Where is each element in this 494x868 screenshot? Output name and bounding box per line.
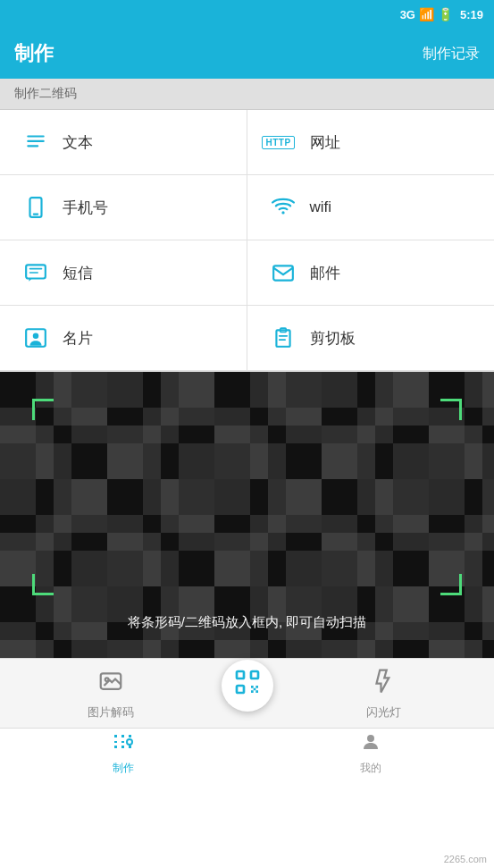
status-bar: 3G 📶 🔋 5:19 xyxy=(0,0,494,29)
svg-rect-4 xyxy=(33,214,39,215)
corner-top-left xyxy=(32,399,54,420)
menu-item-contact[interactable]: 名片 xyxy=(0,306,247,371)
menu-item-contact-label: 名片 xyxy=(63,328,93,349)
photo-decode-button[interactable]: 图片解码 xyxy=(0,668,222,721)
menu-item-phone-label: 手机号 xyxy=(63,198,108,218)
signal-icon: 📶 xyxy=(419,7,434,21)
nav-my-label: 我的 xyxy=(360,761,381,776)
my-icon xyxy=(360,731,381,758)
svg-rect-16 xyxy=(237,686,244,693)
watermark: 2265.com xyxy=(444,854,487,864)
scanner-frame xyxy=(32,399,462,595)
svg-rect-2 xyxy=(27,145,38,147)
header: 制作 制作记录 xyxy=(0,29,494,79)
svg-point-9 xyxy=(33,333,39,340)
svg-point-5 xyxy=(281,211,284,214)
text-icon xyxy=(21,128,50,156)
menu-item-email[interactable]: 邮件 xyxy=(247,240,495,306)
photo-decode-icon xyxy=(97,668,124,701)
nav-item-make[interactable]: 制作 xyxy=(0,729,247,778)
menu-item-url-label: 网址 xyxy=(310,132,340,153)
menu-item-sms[interactable]: 短信 xyxy=(0,240,247,306)
header-action-button[interactable]: 制作记录 xyxy=(423,45,480,63)
bottom-nav: 制作 我的 xyxy=(0,728,494,778)
menu-item-text[interactable]: 文本 xyxy=(0,110,247,175)
menu-grid: 文本 HTTP 网址 手机号 wifi xyxy=(0,110,494,372)
corner-bottom-right xyxy=(440,574,462,595)
svg-rect-14 xyxy=(237,671,244,678)
svg-rect-0 xyxy=(27,135,45,137)
menu-item-sms-label: 短信 xyxy=(63,263,93,283)
status-icons: 3G 📶 🔋 5:19 xyxy=(400,7,483,21)
svg-point-19 xyxy=(367,735,374,742)
phone-icon xyxy=(21,193,50,222)
menu-item-text-label: 文本 xyxy=(63,132,93,153)
section-label: 制作二维码 xyxy=(0,79,494,110)
scan-fab-button[interactable] xyxy=(222,660,273,712)
menu-item-phone[interactable]: 手机号 xyxy=(0,175,247,240)
battery-icon: 🔋 xyxy=(438,7,453,21)
http-icon: HTTP xyxy=(269,128,297,156)
corner-top-right xyxy=(440,399,462,420)
menu-item-url[interactable]: HTTP 网址 xyxy=(247,110,495,175)
email-icon xyxy=(269,258,297,287)
menu-item-clipboard-label: 剪切板 xyxy=(310,328,356,349)
wifi-icon xyxy=(269,193,297,222)
menu-item-clipboard[interactable]: 剪切板 xyxy=(247,306,495,371)
signal-text: 3G xyxy=(400,8,415,21)
svg-rect-1 xyxy=(27,140,45,142)
flashlight-label: 闪光灯 xyxy=(366,704,401,721)
svg-point-18 xyxy=(128,740,131,744)
svg-rect-15 xyxy=(251,671,258,678)
scanner-hint: 将条形码/二维码放入框内, 即可自动扫描 xyxy=(0,614,494,631)
http-badge: HTTP xyxy=(262,136,294,149)
svg-rect-7 xyxy=(273,265,293,280)
scanner-area: 将条形码/二维码放入框内, 即可自动扫描 xyxy=(0,372,494,658)
page-title: 制作 xyxy=(14,40,54,67)
menu-item-wifi[interactable]: wifi xyxy=(247,175,495,240)
svg-rect-6 xyxy=(26,265,46,278)
menu-item-wifi-label: wifi xyxy=(310,198,332,216)
make-icon xyxy=(113,731,134,758)
flashlight-icon xyxy=(370,668,397,701)
nav-item-my[interactable]: 我的 xyxy=(247,729,495,778)
photo-decode-label: 图片解码 xyxy=(88,704,134,721)
nav-make-label: 制作 xyxy=(113,761,134,776)
contact-icon xyxy=(21,324,50,352)
scan-fab-icon xyxy=(233,668,262,703)
clipboard-icon xyxy=(269,324,297,352)
menu-item-email-label: 邮件 xyxy=(310,263,340,283)
bottom-toolbar: 图片解码 闪光灯 xyxy=(0,658,494,728)
flashlight-button[interactable]: 闪光灯 xyxy=(273,668,495,721)
time-display: 5:19 xyxy=(460,8,483,21)
corner-bottom-left xyxy=(32,574,54,595)
sms-icon xyxy=(21,258,50,287)
